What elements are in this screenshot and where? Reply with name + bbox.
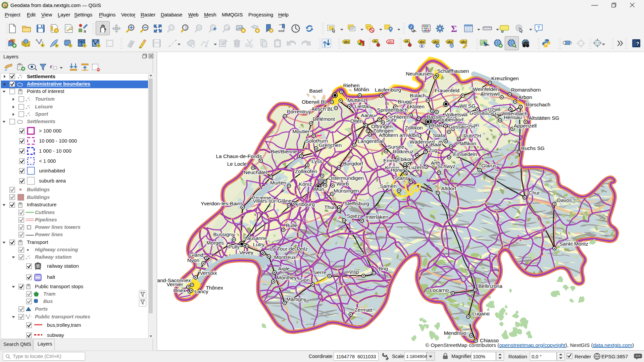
svg-text:Aesch BL: Aesch BL — [311, 106, 334, 112]
svg-text:Buchs SG: Buchs SG — [521, 145, 545, 151]
svg-text:Köniz: Köniz — [299, 181, 312, 187]
svg-text:Visp: Visp — [349, 269, 359, 275]
svg-text:Rotkreuz: Rotkreuz — [393, 149, 413, 154]
svg-text:abc: abc — [344, 40, 349, 44]
svg-text:Rüti ZH: Rüti ZH — [463, 133, 481, 139]
svg-text:Monthey: Monthey — [277, 275, 297, 280]
svg-text:Worb: Worb — [337, 181, 349, 187]
svg-text:Zermatt: Zermatt — [354, 307, 373, 313]
svg-text:Laufenburg: Laufenburg — [375, 87, 401, 93]
svg-text:Brig: Brig — [379, 266, 388, 271]
svg-text:Grenchen: Grenchen — [319, 142, 342, 148]
svg-text:Neuchâtel: Neuchâtel — [244, 169, 267, 175]
svg-text:Liestal: Liestal — [355, 103, 370, 109]
svg-text:Möhlin: Möhlin — [354, 87, 369, 92]
svg-text:Montreux: Montreux — [274, 254, 296, 260]
svg-text:Langenthal: Langenthal — [358, 138, 384, 144]
svg-text:Horw: Horw — [391, 167, 403, 173]
svg-text:Altdorf: Altdorf — [441, 186, 456, 191]
svg-text:abc: abc — [388, 40, 393, 44]
svg-text:Q: Q — [513, 44, 515, 47]
svg-text:Yverdon-les-Bains: Yverdon-les-Bains — [201, 201, 243, 206]
svg-text:Davos: Davos — [557, 197, 572, 203]
svg-text:Gossau SG: Gossau SG — [469, 110, 496, 116]
svg-text:Sankt Moritz: Sankt Moritz — [559, 241, 588, 247]
svg-text:Schwyz: Schwyz — [437, 163, 455, 169]
svg-text:Stäfa: Stäfa — [433, 133, 445, 138]
svg-text:Spreitenbach: Spreitenbach — [377, 107, 407, 113]
svg-text:Σ: Σ — [451, 23, 457, 34]
svg-text:Steffisburg: Steffisburg — [344, 201, 369, 206]
svg-text:Lutry: Lutry — [253, 242, 265, 247]
svg-text:Zug: Zug — [429, 147, 438, 153]
svg-text:Kloten: Kloten — [410, 104, 425, 109]
svg-text:Dübendorf: Dübendorf — [439, 117, 464, 122]
svg-text:Thônex: Thônex — [206, 285, 223, 291]
svg-text:Olten: Olten — [350, 118, 362, 124]
svg-text:Burgdorf: Burgdorf — [343, 161, 363, 166]
svg-text:abc: abc — [433, 40, 439, 44]
svg-text:Onex: Onex — [173, 288, 186, 293]
svg-text:Chur: Chur — [529, 190, 540, 196]
svg-text:Lausanne: Lausanne — [244, 235, 267, 241]
svg-text:Neuhausen: Neuhausen — [406, 71, 432, 76]
svg-text:Schaffhausen: Schaffhausen — [437, 68, 469, 74]
svg-text:Nyon: Nyon — [187, 257, 199, 263]
svg-text:ab: ab — [405, 40, 408, 43]
svg-text:Aigle: Aigle — [278, 266, 290, 271]
svg-text:Volketswil: Volketswil — [445, 112, 467, 117]
svg-text:Münsingen: Münsingen — [334, 188, 359, 194]
svg-text:Spiez: Spiez — [347, 213, 360, 219]
svg-text:Arbon: Arbon — [518, 94, 532, 100]
svg-text:Sarnen: Sarnen — [380, 183, 397, 189]
svg-text:Gossau ZH: Gossau ZH — [449, 124, 475, 130]
svg-text:Thun: Thun — [324, 204, 336, 210]
svg-text:Fribourg: Fribourg — [295, 201, 315, 207]
svg-text:Wil SG: Wil SG — [459, 103, 476, 109]
svg-text:ε: ε — [50, 63, 52, 69]
svg-text:Oftringen: Oftringen — [371, 123, 393, 129]
svg-text:Kreuzlingen: Kreuzlingen — [491, 75, 519, 81]
svg-text:La Tour-de-Peilz: La Tour-de-Peilz — [270, 246, 308, 252]
svg-text:Bellinzona: Bellinzona — [478, 283, 502, 289]
svg-text:Sierre: Sierre — [312, 269, 326, 275]
svg-text:Luzern: Luzern — [408, 164, 424, 170]
svg-text:abc: abc — [461, 40, 466, 44]
svg-text:Amriswil: Amriswil — [480, 91, 500, 97]
svg-text:Lugano: Lugano — [472, 311, 490, 316]
svg-text:Herisau: Herisau — [504, 114, 522, 120]
svg-text:Muri: Muri — [314, 186, 324, 192]
svg-text:Frauenfeld: Frauenfeld — [435, 88, 459, 93]
svg-text:© OpenStreetMap contributors (: © OpenStreetMap contributors (openstreet… — [426, 342, 634, 348]
svg-text:Zollikon: Zollikon — [405, 125, 423, 131]
svg-text:La Chaux-de-Fonds: La Chaux-de-Fonds — [216, 153, 262, 159]
svg-text:Vevey: Vevey — [239, 250, 253, 255]
svg-text:Uster: Uster — [430, 122, 443, 128]
svg-text:Martigny: Martigny — [286, 296, 306, 302]
svg-text:Sion: Sion — [299, 277, 309, 283]
svg-text:Appenzell: Appenzell — [514, 123, 537, 128]
svg-text:a: a — [84, 29, 86, 34]
svg-text:Stans: Stans — [395, 175, 408, 181]
svg-text:Altstätten SG: Altstätten SG — [529, 115, 559, 121]
svg-text:Lyss: Lyss — [311, 158, 322, 164]
svg-text:Moutier: Moutier — [292, 128, 310, 134]
svg-text:Versoix: Versoix — [200, 270, 217, 276]
svg-text:Delémont: Delémont — [313, 116, 335, 122]
svg-text:Porrentruy: Porrentruy — [287, 109, 311, 114]
svg-text:abc: abc — [447, 40, 453, 44]
svg-text:Zollikofen: Zollikofen — [295, 168, 317, 174]
svg-text:1:1: 1:1 — [197, 26, 201, 29]
svg-text:Glarus: Glarus — [481, 163, 497, 168]
svg-text:Ostermundigen: Ostermundigen — [328, 175, 364, 181]
svg-text:?: ? — [537, 25, 540, 30]
svg-text:Pfäffikon: Pfäffikon — [456, 141, 476, 146]
svg-text:Bulle: Bulle — [286, 222, 297, 228]
svg-text:Villars-sur-Glâne: Villars-sur-Glâne — [253, 198, 291, 204]
svg-text:abc: abc — [419, 40, 425, 44]
svg-text:Le Locle: Le Locle — [227, 161, 247, 167]
svg-text:Muttenz: Muttenz — [347, 97, 366, 103]
svg-text:Murten: Murten — [270, 180, 286, 186]
svg-text:Baar: Baar — [431, 142, 442, 147]
svg-text:Biel/Bienne: Biel/Bienne — [271, 149, 297, 154]
